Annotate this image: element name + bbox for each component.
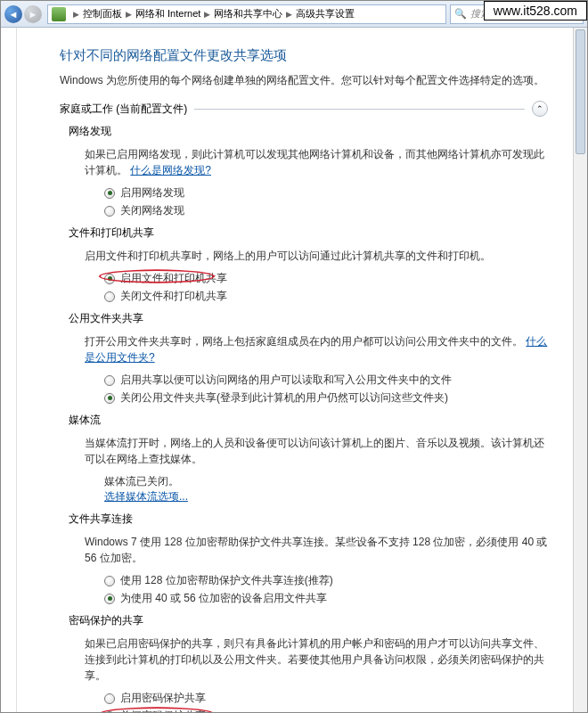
radio-icon [104,274,115,284]
radio-enc-40-56[interactable]: 为使用 40 或 56 位加密的设备启用文件共享 [104,591,548,606]
public-desc: 打开公用文件夹共享时，网络上包括家庭组成员在内的用户都可以访问公用文件夹中的文件… [85,333,548,365]
radio-password-on[interactable]: 启用密码保护共享 [104,691,548,706]
section-title-encryption: 文件共享连接 [69,512,548,527]
radio-icon [104,711,115,713]
control-panel-icon [52,7,66,21]
forward-button[interactable]: ► [24,5,42,23]
radio-discovery-off[interactable]: 关闭网络发现 [104,203,548,218]
radio-password-off[interactable]: 关闭密码保护共享 [104,709,548,712]
breadcrumb[interactable]: ▶ 控制面板 ▶ 网络和 Internet ▶ 网络和共享中心 ▶ 高级共享设置 [47,4,446,24]
radio-icon [104,291,115,302]
password-desc: 如果已启用密码保护的共享，则只有具备此计算机的用户帐户和密码的用户才可以访问共享… [85,635,548,684]
search-icon: 🔍 [454,8,467,20]
divider [194,109,525,110]
media-options-link[interactable]: 选择媒体流选项... [104,489,548,504]
radio-printer-off[interactable]: 关闭文件和打印机共享 [104,289,548,304]
section-title-password: 密码保护的共享 [69,613,548,628]
radio-public-on[interactable]: 启用共享以便可以访问网络的用户可以读取和写入公用文件夹中的文件 [104,373,548,388]
radio-printer-on[interactable]: 启用文件和打印机共享 [104,271,548,286]
radio-icon [104,576,115,586]
discovery-desc: 如果已启用网络发现，则此计算机可以发现其他网络计算机和设备，而其他网络计算机亦可… [85,146,548,178]
bc-advanced[interactable]: 高级共享设置 [296,7,355,20]
chevron-icon: ▶ [69,10,83,19]
radio-enc-128[interactable]: 使用 128 位加密帮助保护文件共享连接(推荐) [104,573,548,588]
section-title-discovery: 网络发现 [69,124,548,139]
radio-icon [104,594,115,604]
radio-icon [104,693,115,704]
intro-text: Windows 为您所使用的每个网络创建单独的网络配置文件。您可以针对每个配置文… [60,73,548,88]
content-panel: 针对不同的网络配置文件更改共享选项 Windows 为您所使用的每个网络创建单独… [17,28,573,712]
profile-header: 家庭或工作 (当前配置文件) ⌃ [60,101,548,117]
radio-icon [104,188,115,199]
section-title-public: 公用文件夹共享 [69,311,548,326]
page-title: 针对不同的网络配置文件更改共享选项 [60,47,548,64]
chevron-icon: ▶ [200,10,214,19]
collapse-button[interactable]: ⌃ [532,101,548,117]
scrollbar[interactable] [573,28,587,712]
radio-icon [104,375,115,386]
media-status: 媒体流已关闭。 [104,474,548,489]
bc-network-internet[interactable]: 网络和 Internet [135,7,200,20]
chevron-icon: ▶ [282,10,296,19]
bc-sharing-center[interactable]: 网络和共享中心 [214,7,282,20]
radio-icon [104,206,115,217]
section-title-printer: 文件和打印机共享 [69,225,548,241]
bc-control-panel[interactable]: 控制面板 [83,7,122,20]
profile-label: 家庭或工作 (当前配置文件) [60,102,187,117]
what-is-discovery-link[interactable]: 什么是网络发现? [130,164,211,176]
media-desc: 当媒体流打开时，网络上的人员和设备便可以访问该计算机上的图片、音乐以及视频。该计… [85,435,548,467]
radio-icon [104,393,115,404]
back-button[interactable]: ◄ [4,5,22,23]
watermark-url: www.it528.com [484,1,587,20]
printer-desc: 启用文件和打印机共享时，网络上的用户可以访问通过此计算机共享的文件和打印机。 [85,248,548,264]
chevron-icon: ▶ [122,10,135,19]
radio-discovery-on[interactable]: 启用网络发现 [104,185,548,201]
section-title-media: 媒体流 [69,413,548,428]
scroll-thumb[interactable] [576,29,585,154]
left-gutter [1,28,17,712]
radio-public-off[interactable]: 关闭公用文件夹共享(登录到此计算机的用户仍然可以访问这些文件夹) [104,390,548,406]
encryption-desc: Windows 7 使用 128 位加密帮助保护文件共享连接。某些设备不支持 1… [85,534,548,566]
